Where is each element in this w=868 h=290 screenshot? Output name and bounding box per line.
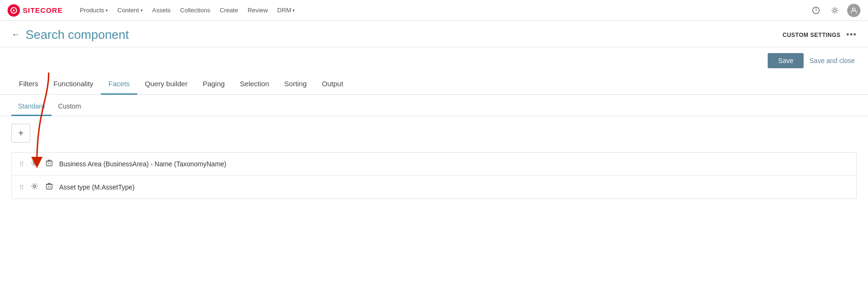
facet-name: Business Area (BusinessArea) - Name (Tax… [59, 160, 849, 168]
nav-items: Products ▾ Content ▾ Assets Collections … [76, 5, 299, 16]
tab-filters[interactable]: Filters [11, 74, 46, 95]
custom-settings-label[interactable]: CUSTOM SETTINGS [782, 32, 841, 38]
secondary-tabs: Standard Custom [0, 98, 868, 116]
tab-query-builder[interactable]: Query builder [137, 74, 195, 95]
nav-collections[interactable]: Collections [177, 5, 214, 16]
nav-review[interactable]: Review [244, 5, 272, 16]
sitecore-logo[interactable]: SITECORE [8, 4, 63, 17]
tab-standard[interactable]: Standard [11, 98, 52, 116]
facet-name: Asset type (M.AssetType) [59, 183, 849, 191]
more-options-button[interactable]: ••• [846, 30, 857, 40]
chevron-down-icon: ▾ [141, 8, 143, 13]
table-row: ⠿ Asset type (M.AssetType [12, 176, 856, 199]
logo-text: SITECORE [23, 6, 63, 14]
add-facet-button[interactable]: + [11, 124, 30, 143]
main-content: + ⠿ [0, 116, 868, 207]
facet-settings-button[interactable] [30, 158, 39, 170]
facet-settings-button[interactable] [30, 181, 39, 193]
help-button[interactable]: ? [809, 4, 823, 17]
drag-handle-icon[interactable]: ⠿ [19, 161, 24, 168]
svg-text:?: ? [815, 8, 817, 13]
save-button[interactable]: Save [768, 53, 804, 68]
tab-functionality[interactable]: Functionality [46, 74, 101, 95]
chevron-down-icon: ▾ [292, 8, 295, 13]
tab-output[interactable]: Output [314, 74, 351, 95]
topnav-icons: ? [809, 4, 860, 17]
top-navigation: SITECORE Products ▾ Content ▾ Assets Col… [0, 0, 868, 21]
action-bar: Save Save and close [0, 47, 868, 74]
logo-circle [8, 4, 20, 17]
back-button[interactable]: ← [11, 30, 20, 40]
facet-delete-button[interactable] [45, 158, 53, 170]
user-avatar[interactable] [847, 4, 860, 17]
settings-button[interactable] [828, 4, 841, 17]
save-and-close-button[interactable]: Save and close [807, 53, 857, 68]
tab-paging[interactable]: Paging [195, 74, 232, 95]
tab-custom[interactable]: Custom [52, 98, 88, 116]
header-left: ← Search component [11, 27, 129, 42]
header-right: CUSTOM SETTINGS ••• [782, 30, 857, 40]
nav-assets[interactable]: Assets [149, 5, 175, 16]
drag-handle-icon[interactable]: ⠿ [19, 184, 24, 191]
tab-selection[interactable]: Selection [232, 74, 277, 95]
svg-point-1 [13, 9, 15, 11]
facet-table: ⠿ Business Area (Business [11, 152, 857, 199]
tab-facets[interactable]: Facets [101, 74, 137, 95]
primary-tabs: Filters Functionality Facets Query build… [0, 74, 868, 95]
nav-products[interactable]: Products ▾ [76, 5, 112, 16]
svg-rect-6 [46, 184, 52, 189]
tab-sorting[interactable]: Sorting [277, 74, 315, 95]
nav-content[interactable]: Content ▾ [114, 5, 147, 16]
nav-drm[interactable]: DRM ▾ [274, 5, 299, 16]
page-title: Search component [26, 27, 129, 42]
table-row: ⠿ Business Area (Business [12, 153, 856, 176]
chevron-down-icon: ▾ [106, 8, 108, 13]
nav-create[interactable]: Create [216, 5, 242, 16]
page-header: ← Search component CUSTOM SETTINGS ••• [0, 21, 868, 47]
facet-delete-button[interactable] [45, 181, 53, 193]
svg-rect-5 [46, 161, 52, 166]
